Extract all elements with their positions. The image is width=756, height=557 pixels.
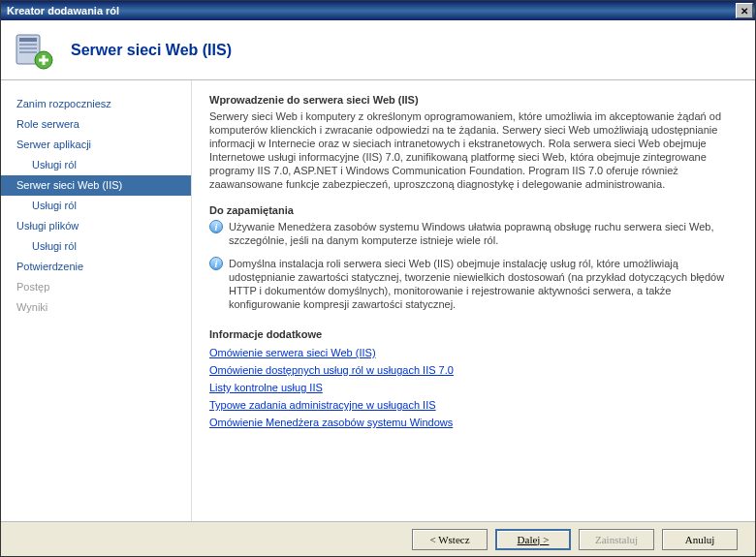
nav-item[interactable]: Usługi ról [1,155,191,175]
nav-item[interactable]: Zanim rozpoczniesz [1,94,191,114]
next-button[interactable]: Dalej > [495,529,571,550]
back-button[interactable]: < Wstecz [412,529,488,550]
more-info-link[interactable]: Omówienie Menedżera zasobów systemu Wind… [209,414,736,431]
note-row: iDomyślna instalacja roli serwera sieci … [209,257,736,315]
nav-item[interactable]: Potwierdzenie [1,257,191,277]
more-info-link[interactable]: Omówienie serwera sieci Web (IIS) [209,344,736,361]
svg-rect-3 [19,47,37,49]
svg-rect-1 [19,38,37,42]
svg-rect-2 [19,44,37,46]
more-info-link[interactable]: Omówienie dostępnych usług ról w usługac… [209,361,736,379]
info-icon: i [209,257,223,270]
header-band: Serwer sieci Web (IIS) [1,20,755,80]
titlebar: Kreator dodawania ról ✕ [1,1,755,20]
more-info-heading: Informacje dodatkowe [209,328,736,340]
nav-item[interactable]: Usługi ról [1,196,191,216]
nav-item[interactable]: Role serwera [1,114,191,135]
intro-heading: Wprowadzenie do serwera sieci Web (IIS) [209,94,736,106]
svg-rect-4 [19,51,37,53]
close-button[interactable]: ✕ [736,3,753,18]
nav-item[interactable]: Usługi plików [1,216,191,236]
install-button[interactable]: Zainstaluj [579,529,654,550]
nav-item[interactable]: Serwer sieci Web (IIS) [1,175,191,196]
note-row: iUżywanie Menedżera zasobów systemu Wind… [209,220,736,251]
nav-item: Postęp [1,277,191,297]
nav-sidebar: Zanim rozpocznieszRole serweraSerwer apl… [1,80,191,521]
info-icon: i [209,220,223,233]
content-pane: Wprowadzenie do serwera sieci Web (IIS) … [191,80,755,521]
more-info-link[interactable]: Listy kontrolne usług IIS [209,379,736,396]
nav-item[interactable]: Serwer aplikacji [1,135,191,155]
notes-heading: Do zapamiętania [209,204,736,216]
cancel-button[interactable]: Anuluj [662,529,738,550]
close-icon: ✕ [740,6,748,16]
note-text: Domyślna instalacja roli serwera sieci W… [229,257,736,311]
footer-buttons: < Wstecz Dalej > Zainstaluj Anuluj [1,521,755,556]
intro-text: Serwery sieci Web i komputery z określon… [209,109,736,191]
note-text: Używanie Menedżera zasobów systemu Windo… [229,220,736,247]
role-wizard-icon [15,31,53,70]
window-title: Kreator dodawania ról [7,5,119,16]
nav-item[interactable]: Usługi ról [1,236,191,257]
more-info-link[interactable]: Typowe zadania administracyjne w usługac… [209,396,736,414]
nav-item: Wyniki [1,297,191,318]
body-area: Zanim rozpocznieszRole serweraSerwer apl… [1,80,755,521]
page-title: Serwer sieci Web (IIS) [71,42,232,59]
